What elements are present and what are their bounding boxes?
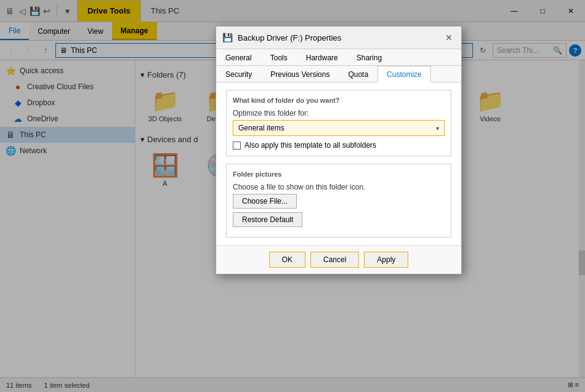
folder-pictures-section: Folder pictures Choose a file to show on… [226,164,451,238]
choose-file-button[interactable]: Choose File... [233,194,297,209]
tab-security[interactable]: Security [216,66,261,82]
dropdown-value: General items [238,124,284,132]
section-title: What kind of folder do you want? [233,97,445,104]
modal-body: What kind of folder do you want? Optimiz… [216,82,461,245]
chevron-down-icon: ▾ [436,125,439,132]
tab-tools[interactable]: Tools [261,49,297,66]
tab-quota[interactable]: Quota [339,66,377,82]
folder-pictures-title: Folder pictures [233,170,445,178]
optimize-dropdown[interactable]: General items ▾ [233,120,445,136]
folder-type-section: What kind of folder do you want? Optimiz… [226,90,451,156]
modal-title-bar: 💾 Backup Driver (F:) Properties ✕ [216,26,461,49]
ok-button[interactable]: OK [269,252,305,268]
modal-title-icon: 💾 [222,33,233,42]
apply-button[interactable]: Apply [364,252,408,268]
folder-pictures-desc: Choose a file to show on this folder ico… [233,183,445,191]
modal-overlay: 💾 Backup Driver (F:) Properties ✕ Genera… [0,0,585,392]
properties-dialog: 💾 Backup Driver (F:) Properties ✕ Genera… [216,26,462,274]
tab-general[interactable]: General [216,49,261,66]
tab-customize[interactable]: Customize [377,66,431,82]
modal-tabs: General Tools Hardware Sharing [216,49,461,66]
modal-close-button[interactable]: ✕ [443,31,455,44]
modal-title-text: Backup Driver (F:) Properties [238,33,438,42]
apply-subfolders-checkbox[interactable] [233,142,241,150]
modal-footer: OK Cancel Apply [216,245,461,274]
cancel-button[interactable]: Cancel [310,252,359,268]
modal-tabs-row2: Security Previous Versions Quota Customi… [216,66,461,82]
tab-hardware[interactable]: Hardware [297,49,347,66]
apply-subfolders-label: Also apply this template to all subfolde… [244,141,376,150]
tab-previous-versions[interactable]: Previous Versions [261,66,339,82]
optimize-label: Optimize this folder for: [233,109,445,118]
restore-default-button[interactable]: Restore Default [233,212,302,227]
apply-subfolders-row: Also apply this template to all subfolde… [233,141,445,150]
tab-sharing[interactable]: Sharing [347,49,391,66]
